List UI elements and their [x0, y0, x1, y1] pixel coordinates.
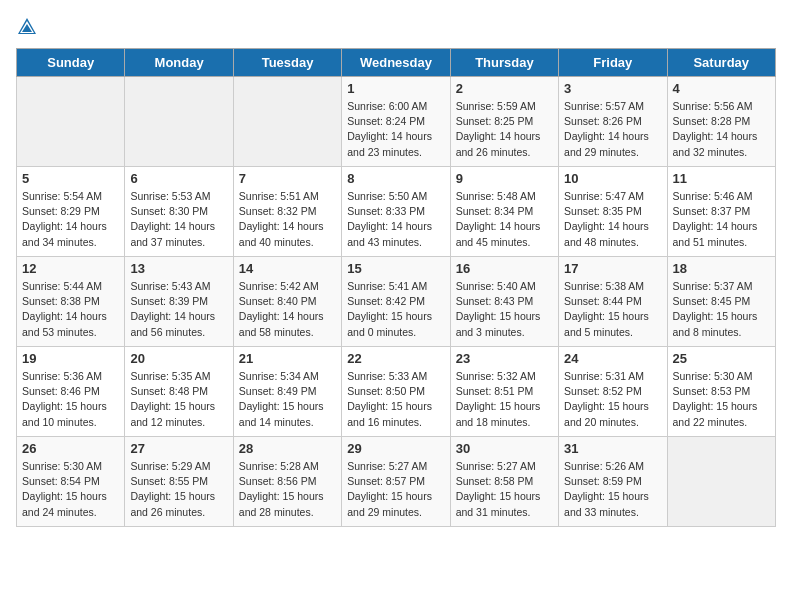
- cell-info: Sunrise: 5:31 AM Sunset: 8:52 PM Dayligh…: [564, 369, 661, 430]
- day-number: 9: [456, 171, 553, 186]
- cell-info: Sunrise: 5:46 AM Sunset: 8:37 PM Dayligh…: [673, 189, 770, 250]
- weekday-header-row: SundayMondayTuesdayWednesdayThursdayFrid…: [17, 49, 776, 77]
- day-number: 16: [456, 261, 553, 276]
- cell-info: Sunrise: 5:44 AM Sunset: 8:38 PM Dayligh…: [22, 279, 119, 340]
- calendar-cell: [17, 77, 125, 167]
- day-number: 19: [22, 351, 119, 366]
- weekday-header-friday: Friday: [559, 49, 667, 77]
- calendar-cell: 22Sunrise: 5:33 AM Sunset: 8:50 PM Dayli…: [342, 347, 450, 437]
- day-number: 21: [239, 351, 336, 366]
- calendar-cell: 10Sunrise: 5:47 AM Sunset: 8:35 PM Dayli…: [559, 167, 667, 257]
- weekday-header-thursday: Thursday: [450, 49, 558, 77]
- calendar-week-4: 19Sunrise: 5:36 AM Sunset: 8:46 PM Dayli…: [17, 347, 776, 437]
- day-number: 7: [239, 171, 336, 186]
- day-number: 12: [22, 261, 119, 276]
- calendar-week-3: 12Sunrise: 5:44 AM Sunset: 8:38 PM Dayli…: [17, 257, 776, 347]
- calendar-cell: 9Sunrise: 5:48 AM Sunset: 8:34 PM Daylig…: [450, 167, 558, 257]
- cell-info: Sunrise: 5:30 AM Sunset: 8:54 PM Dayligh…: [22, 459, 119, 520]
- day-number: 11: [673, 171, 770, 186]
- cell-info: Sunrise: 5:41 AM Sunset: 8:42 PM Dayligh…: [347, 279, 444, 340]
- calendar-cell: 18Sunrise: 5:37 AM Sunset: 8:45 PM Dayli…: [667, 257, 775, 347]
- calendar-table: SundayMondayTuesdayWednesdayThursdayFrid…: [16, 48, 776, 527]
- cell-info: Sunrise: 5:43 AM Sunset: 8:39 PM Dayligh…: [130, 279, 227, 340]
- calendar-cell: 5Sunrise: 5:54 AM Sunset: 8:29 PM Daylig…: [17, 167, 125, 257]
- day-number: 3: [564, 81, 661, 96]
- cell-info: Sunrise: 5:51 AM Sunset: 8:32 PM Dayligh…: [239, 189, 336, 250]
- cell-info: Sunrise: 5:30 AM Sunset: 8:53 PM Dayligh…: [673, 369, 770, 430]
- day-number: 10: [564, 171, 661, 186]
- calendar-cell: 6Sunrise: 5:53 AM Sunset: 8:30 PM Daylig…: [125, 167, 233, 257]
- cell-info: Sunrise: 5:26 AM Sunset: 8:59 PM Dayligh…: [564, 459, 661, 520]
- calendar-cell: 7Sunrise: 5:51 AM Sunset: 8:32 PM Daylig…: [233, 167, 341, 257]
- cell-info: Sunrise: 5:34 AM Sunset: 8:49 PM Dayligh…: [239, 369, 336, 430]
- day-number: 27: [130, 441, 227, 456]
- calendar-cell: 15Sunrise: 5:41 AM Sunset: 8:42 PM Dayli…: [342, 257, 450, 347]
- calendar-cell: 12Sunrise: 5:44 AM Sunset: 8:38 PM Dayli…: [17, 257, 125, 347]
- day-number: 26: [22, 441, 119, 456]
- cell-info: Sunrise: 5:36 AM Sunset: 8:46 PM Dayligh…: [22, 369, 119, 430]
- day-number: 15: [347, 261, 444, 276]
- day-number: 30: [456, 441, 553, 456]
- day-number: 5: [22, 171, 119, 186]
- day-number: 24: [564, 351, 661, 366]
- page-header: [16, 16, 776, 38]
- calendar-week-1: 1Sunrise: 6:00 AM Sunset: 8:24 PM Daylig…: [17, 77, 776, 167]
- cell-info: Sunrise: 5:33 AM Sunset: 8:50 PM Dayligh…: [347, 369, 444, 430]
- cell-info: Sunrise: 5:54 AM Sunset: 8:29 PM Dayligh…: [22, 189, 119, 250]
- day-number: 17: [564, 261, 661, 276]
- calendar-cell: [233, 77, 341, 167]
- calendar-cell: 11Sunrise: 5:46 AM Sunset: 8:37 PM Dayli…: [667, 167, 775, 257]
- calendar-cell: 27Sunrise: 5:29 AM Sunset: 8:55 PM Dayli…: [125, 437, 233, 527]
- calendar-cell: 23Sunrise: 5:32 AM Sunset: 8:51 PM Dayli…: [450, 347, 558, 437]
- day-number: 22: [347, 351, 444, 366]
- calendar-cell: 16Sunrise: 5:40 AM Sunset: 8:43 PM Dayli…: [450, 257, 558, 347]
- cell-info: Sunrise: 5:27 AM Sunset: 8:58 PM Dayligh…: [456, 459, 553, 520]
- calendar-cell: 13Sunrise: 5:43 AM Sunset: 8:39 PM Dayli…: [125, 257, 233, 347]
- weekday-header-saturday: Saturday: [667, 49, 775, 77]
- cell-info: Sunrise: 5:37 AM Sunset: 8:45 PM Dayligh…: [673, 279, 770, 340]
- calendar-cell: 28Sunrise: 5:28 AM Sunset: 8:56 PM Dayli…: [233, 437, 341, 527]
- day-number: 4: [673, 81, 770, 96]
- day-number: 2: [456, 81, 553, 96]
- calendar-cell: 26Sunrise: 5:30 AM Sunset: 8:54 PM Dayli…: [17, 437, 125, 527]
- calendar-cell: [125, 77, 233, 167]
- calendar-cell: [667, 437, 775, 527]
- calendar-cell: 14Sunrise: 5:42 AM Sunset: 8:40 PM Dayli…: [233, 257, 341, 347]
- calendar-cell: 31Sunrise: 5:26 AM Sunset: 8:59 PM Dayli…: [559, 437, 667, 527]
- cell-info: Sunrise: 5:50 AM Sunset: 8:33 PM Dayligh…: [347, 189, 444, 250]
- cell-info: Sunrise: 5:38 AM Sunset: 8:44 PM Dayligh…: [564, 279, 661, 340]
- cell-info: Sunrise: 5:32 AM Sunset: 8:51 PM Dayligh…: [456, 369, 553, 430]
- day-number: 31: [564, 441, 661, 456]
- weekday-header-tuesday: Tuesday: [233, 49, 341, 77]
- logo: [16, 16, 42, 38]
- calendar-cell: 2Sunrise: 5:59 AM Sunset: 8:25 PM Daylig…: [450, 77, 558, 167]
- calendar-cell: 8Sunrise: 5:50 AM Sunset: 8:33 PM Daylig…: [342, 167, 450, 257]
- calendar-week-2: 5Sunrise: 5:54 AM Sunset: 8:29 PM Daylig…: [17, 167, 776, 257]
- cell-info: Sunrise: 6:00 AM Sunset: 8:24 PM Dayligh…: [347, 99, 444, 160]
- calendar-week-5: 26Sunrise: 5:30 AM Sunset: 8:54 PM Dayli…: [17, 437, 776, 527]
- day-number: 14: [239, 261, 336, 276]
- calendar-cell: 29Sunrise: 5:27 AM Sunset: 8:57 PM Dayli…: [342, 437, 450, 527]
- day-number: 1: [347, 81, 444, 96]
- calendar-cell: 20Sunrise: 5:35 AM Sunset: 8:48 PM Dayli…: [125, 347, 233, 437]
- calendar-cell: 3Sunrise: 5:57 AM Sunset: 8:26 PM Daylig…: [559, 77, 667, 167]
- weekday-header-monday: Monday: [125, 49, 233, 77]
- calendar-cell: 4Sunrise: 5:56 AM Sunset: 8:28 PM Daylig…: [667, 77, 775, 167]
- day-number: 6: [130, 171, 227, 186]
- logo-icon: [16, 16, 38, 38]
- cell-info: Sunrise: 5:57 AM Sunset: 8:26 PM Dayligh…: [564, 99, 661, 160]
- calendar-cell: 25Sunrise: 5:30 AM Sunset: 8:53 PM Dayli…: [667, 347, 775, 437]
- cell-info: Sunrise: 5:40 AM Sunset: 8:43 PM Dayligh…: [456, 279, 553, 340]
- cell-info: Sunrise: 5:59 AM Sunset: 8:25 PM Dayligh…: [456, 99, 553, 160]
- cell-info: Sunrise: 5:47 AM Sunset: 8:35 PM Dayligh…: [564, 189, 661, 250]
- day-number: 13: [130, 261, 227, 276]
- weekday-header-sunday: Sunday: [17, 49, 125, 77]
- cell-info: Sunrise: 5:48 AM Sunset: 8:34 PM Dayligh…: [456, 189, 553, 250]
- cell-info: Sunrise: 5:27 AM Sunset: 8:57 PM Dayligh…: [347, 459, 444, 520]
- cell-info: Sunrise: 5:35 AM Sunset: 8:48 PM Dayligh…: [130, 369, 227, 430]
- day-number: 29: [347, 441, 444, 456]
- calendar-cell: 19Sunrise: 5:36 AM Sunset: 8:46 PM Dayli…: [17, 347, 125, 437]
- weekday-header-wednesday: Wednesday: [342, 49, 450, 77]
- cell-info: Sunrise: 5:29 AM Sunset: 8:55 PM Dayligh…: [130, 459, 227, 520]
- day-number: 8: [347, 171, 444, 186]
